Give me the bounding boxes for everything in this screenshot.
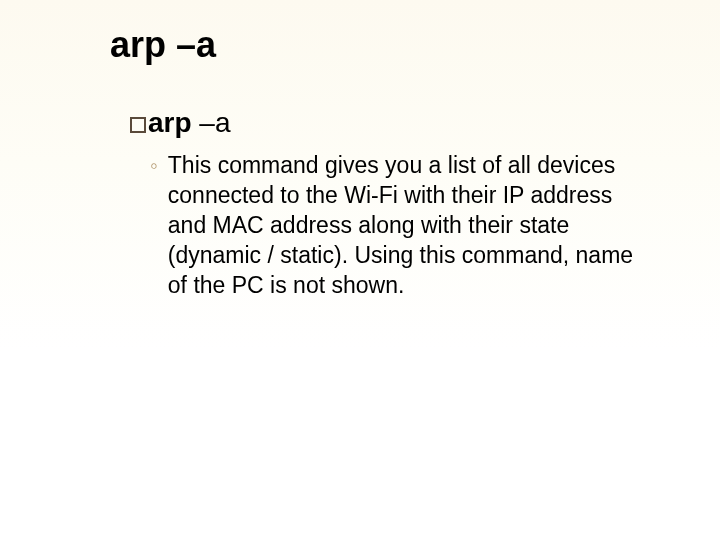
body-text: This command gives you a list of all dev… — [168, 150, 642, 300]
hollow-bullet-icon: ◦ — [150, 151, 158, 181]
slide-title: arp–a — [110, 24, 216, 66]
title-flag: –a — [176, 24, 216, 65]
square-bullet-icon — [130, 117, 146, 133]
slide: arp–a arp –a ◦ This command gives you a … — [0, 0, 720, 540]
subheading: arp –a — [130, 108, 231, 139]
title-command: arp — [110, 24, 166, 65]
body-bullet-item: ◦ This command gives you a list of all d… — [150, 150, 642, 300]
subhead-flag: –a — [199, 107, 230, 138]
subhead-command: arp — [148, 107, 192, 138]
